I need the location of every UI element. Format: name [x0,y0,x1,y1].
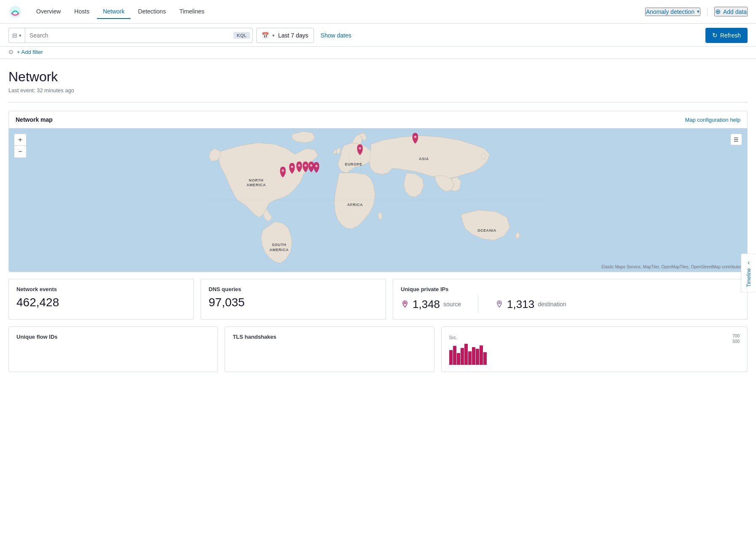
date-range-picker[interactable]: 📅 ▾ Last 7 days [256,28,314,43]
map-header: Network map Map configuration help [9,111,747,128]
nav-item-detections[interactable]: Detections [132,5,172,19]
ip-dest-item: 1,313 destination [495,298,566,311]
anomaly-detection-button[interactable]: Anomaly detection ▾ [645,8,700,16]
svg-point-18 [315,165,317,167]
calendar-icon: 📅 [262,32,269,39]
page-title: Network [8,69,748,85]
dns-queries-label: DNS queries [209,286,378,292]
nav-item-overview[interactable]: Overview [30,5,67,19]
ip-source-item: 1,348 source [401,298,461,311]
toolbar: ⊟ ▾ KQL 📅 ▾ Last 7 days Show dates ↻ Ref… [0,24,756,47]
unique-flow-ids-card: Unique flow IDs [8,327,218,372]
svg-point-16 [304,164,306,166]
filter-icon: ⊙ [8,48,13,55]
world-map-svg: NORTH AMERICA SOUTH AMERICA EUROPE AFRIC… [9,128,747,272]
bar-6 [468,351,472,365]
svg-text:OCEANIA: OCEANIA [477,228,496,233]
svg-text:AMERICA: AMERICA [269,248,289,252]
nav-links: Overview Hosts Network Detections Timeli… [30,5,645,19]
search-type-icon: ⊟ [12,32,17,39]
map-legend-button[interactable]: ☰ [730,134,742,145]
svg-point-22 [404,302,406,304]
search-input[interactable] [25,32,233,39]
svg-point-0 [9,6,21,18]
svg-point-19 [282,169,284,171]
add-data-button[interactable]: ⊕ Add data [714,7,748,16]
legend-icon: ☰ [734,136,739,143]
search-type-selector[interactable]: ⊟ ▾ [9,28,25,43]
anomaly-detection-label: Anomaly detection [646,8,694,15]
app-logo[interactable] [8,5,22,19]
svg-point-14 [291,166,293,168]
network-events-card: Network events 462,428 [8,279,194,320]
bar-4 [461,348,464,365]
traffic-chart-card: Src. 700 500 [441,327,748,372]
source-pin-icon [401,300,409,308]
map-controls: + − [14,134,27,158]
refresh-label: Refresh [720,32,741,39]
ip-dest-value: 1,313 [507,298,534,311]
svg-text:SOUTH: SOUTH [272,243,286,247]
svg-text:ASIA: ASIA [419,157,429,161]
refresh-icon: ↻ [712,32,718,39]
unique-flow-ids-label: Unique flow IDs [16,334,210,340]
timeline-arrow-icon: ‹ [748,259,750,266]
date-chevron-icon: ▾ [272,33,275,38]
chart-y-500: 500 [732,339,740,344]
ip-source-value: 1,348 [413,298,440,311]
bar-10 [483,352,487,365]
svg-text:AFRICA: AFRICA [347,203,363,207]
nav-item-network[interactable]: Network [97,5,130,19]
page-content: Network Last event: 32 minutes ago Netwo… [0,59,756,380]
bar-5 [464,344,468,365]
timeline-label: Timeline [746,268,752,287]
chart-src-label: Src. [449,335,458,340]
refresh-button[interactable]: ↻ Refresh [705,28,748,43]
unique-ips-label: Unique private IPs [401,286,740,292]
network-events-label: Network events [16,286,186,292]
anomaly-chevron-icon: ▾ [697,9,700,14]
kql-badge[interactable]: KQL [233,32,250,39]
top-navigation: Overview Hosts Network Detections Timeli… [0,0,756,24]
zoom-out-button[interactable]: − [14,146,26,158]
svg-point-21 [414,136,416,138]
ip-dest-label: destination [538,301,566,308]
dns-queries-value: 97,035 [209,296,378,309]
svg-point-20 [359,147,361,149]
map-container[interactable]: NORTH AMERICA SOUTH AMERICA EUROPE AFRIC… [9,128,747,272]
stats-row: Network events 462,428 DNS queries 97,03… [8,279,748,320]
tls-handshakes-card: TLS handshakes [225,327,434,372]
bar-2 [453,346,456,365]
network-events-value: 462,428 [16,296,186,309]
add-data-label: Add data [723,8,747,15]
network-map-card: Network map Map configuration help [8,111,748,272]
bottom-row: Unique flow IDs TLS handshakes Src. 700 … [8,327,748,372]
zoom-in-button[interactable]: + [14,134,26,146]
map-attribution: Elastic Maps Service, MapTiler, OpenMapT… [601,265,744,269]
mini-chart [449,344,740,365]
timeline-sidebar[interactable]: ‹ Timeline [741,254,756,293]
svg-point-23 [499,302,500,304]
bar-7 [472,347,475,365]
svg-text:AMERICA: AMERICA [247,183,266,187]
svg-text:EUROPE: EUROPE [345,162,362,166]
ip-source-label: source [443,301,461,308]
search-container: ⊟ ▾ KQL [8,28,253,43]
page-divider [8,102,748,102]
nav-item-hosts[interactable]: Hosts [68,5,95,19]
chart-y-700: 700 [732,334,740,338]
svg-point-15 [298,164,300,166]
map-title: Network map [16,116,53,123]
dns-queries-card: DNS queries 97,035 [201,279,386,320]
ip-divider [478,296,478,313]
map-config-link[interactable]: Map configuration help [685,117,740,123]
unique-ips-card: Unique private IPs 1,348 source [393,279,748,320]
tls-handshakes-label: TLS handshakes [233,334,426,340]
nav-item-timelines[interactable]: Timelines [174,5,210,19]
bar-9 [480,345,483,365]
add-filter-button[interactable]: + Add filter [17,49,43,55]
show-dates-button[interactable]: Show dates [317,32,355,39]
plus-circle-icon: ⊕ [715,8,721,16]
bar-3 [457,353,460,365]
nav-right: Anomaly detection ▾ ⊕ Add data [645,7,748,16]
